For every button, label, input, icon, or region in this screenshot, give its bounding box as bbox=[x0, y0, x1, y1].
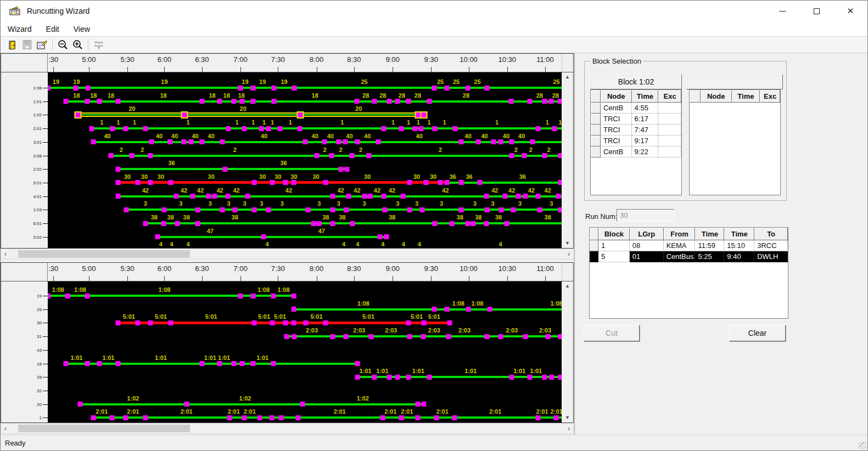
trip-marker[interactable] bbox=[458, 207, 463, 212]
trip-marker[interactable] bbox=[91, 415, 96, 420]
trip-marker[interactable] bbox=[446, 334, 451, 339]
trip-marker[interactable] bbox=[484, 194, 489, 199]
trip-marker[interactable] bbox=[271, 361, 276, 366]
runcut-settings-button[interactable] bbox=[91, 38, 106, 52]
trip-marker[interactable] bbox=[296, 111, 304, 119]
table-cell[interactable]: 4:55 bbox=[632, 103, 659, 114]
trip-marker[interactable] bbox=[476, 139, 481, 144]
trip-marker[interactable] bbox=[271, 86, 276, 91]
trip-marker[interactable] bbox=[453, 126, 458, 131]
trip-marker[interactable] bbox=[116, 194, 121, 199]
trip-marker[interactable] bbox=[535, 126, 540, 131]
trip-marker[interactable] bbox=[161, 221, 166, 226]
save-button[interactable] bbox=[20, 38, 35, 52]
trip-marker[interactable] bbox=[535, 194, 540, 199]
trip-marker[interactable] bbox=[292, 307, 296, 312]
table-cell[interactable]: 15:10 bbox=[724, 240, 754, 251]
trip-marker[interactable] bbox=[485, 207, 490, 212]
trip-marker[interactable] bbox=[458, 139, 463, 144]
trip-marker[interactable] bbox=[65, 294, 70, 298]
trip-marker[interactable] bbox=[511, 207, 516, 212]
trip-marker[interactable] bbox=[503, 194, 508, 199]
trip-marker[interactable] bbox=[199, 139, 204, 144]
trip-marker[interactable] bbox=[537, 207, 542, 212]
trip-marker[interactable] bbox=[499, 207, 503, 212]
trip-marker[interactable] bbox=[278, 415, 283, 420]
trip-marker[interactable] bbox=[343, 139, 348, 144]
trip-marker[interactable] bbox=[182, 139, 187, 144]
table-row[interactable]: TRCI7:47 bbox=[591, 125, 681, 136]
trip-marker[interactable] bbox=[48, 86, 51, 91]
trip-marker[interactable] bbox=[406, 320, 411, 325]
trip-marker[interactable] bbox=[199, 361, 204, 366]
trip-marker[interactable] bbox=[238, 294, 243, 298]
trip-marker[interactable] bbox=[344, 167, 349, 172]
trip-marker[interactable] bbox=[91, 139, 96, 144]
scroll-up-icon[interactable]: ▲ bbox=[565, 281, 570, 291]
vertical-scrollbar[interactable]: ▲ ▼ bbox=[562, 281, 573, 422]
table-cell[interactable] bbox=[658, 146, 681, 157]
menu-view[interactable]: View bbox=[74, 25, 90, 33]
trip-marker[interactable] bbox=[148, 320, 153, 325]
trip-marker[interactable] bbox=[471, 221, 476, 226]
trip-marker[interactable] bbox=[367, 153, 372, 158]
trip-marker[interactable] bbox=[184, 402, 189, 407]
table-cell[interactable]: DWLH bbox=[754, 251, 788, 262]
trip-marker[interactable] bbox=[242, 126, 247, 131]
run-gantt-chart[interactable]: :305:005:306:006:307:007:308:008:309:009… bbox=[1, 262, 574, 423]
zoom-out-button[interactable] bbox=[55, 38, 70, 52]
table-cell[interactable]: CentBus bbox=[664, 251, 696, 262]
scroll-left-icon[interactable]: ‹ bbox=[1, 250, 10, 258]
trip-marker[interactable] bbox=[231, 99, 236, 104]
block-gantt-plot[interactable]: 1919191919192525252525181818181818181828… bbox=[48, 72, 562, 248]
trip-marker[interactable] bbox=[399, 126, 404, 131]
trip-marker[interactable] bbox=[421, 111, 428, 119]
table-cell[interactable]: TRCI bbox=[601, 114, 632, 125]
zoom-in-button[interactable] bbox=[70, 38, 85, 52]
trip-marker[interactable] bbox=[175, 221, 180, 226]
scroll-left-icon[interactable]: ‹ bbox=[1, 425, 10, 432]
trip-marker[interactable] bbox=[303, 139, 307, 144]
trip-marker[interactable] bbox=[143, 415, 148, 420]
trip-marker[interactable] bbox=[395, 375, 400, 380]
trip-marker[interactable] bbox=[432, 221, 437, 226]
trip-marker[interactable] bbox=[432, 126, 437, 131]
trip-marker[interactable] bbox=[155, 234, 160, 239]
trip-marker[interactable] bbox=[427, 375, 432, 380]
trip-marker[interactable] bbox=[97, 99, 102, 104]
table-cell[interactable]: 11:59 bbox=[695, 240, 724, 251]
table-cell[interactable]: 5 bbox=[598, 251, 630, 262]
trip-marker[interactable] bbox=[465, 221, 470, 226]
trip-marker[interactable] bbox=[367, 194, 372, 199]
trip-marker[interactable] bbox=[330, 334, 335, 339]
horizontal-scrollbar[interactable]: ‹ › bbox=[1, 249, 574, 260]
trip-marker[interactable] bbox=[295, 415, 300, 420]
trip-marker[interactable] bbox=[491, 139, 496, 144]
trip-marker[interactable] bbox=[270, 180, 275, 185]
trip-marker[interactable] bbox=[553, 415, 558, 420]
table-cell[interactable]: 6:17 bbox=[632, 114, 659, 125]
trip-marker[interactable] bbox=[438, 180, 443, 185]
trip-marker[interactable] bbox=[498, 139, 503, 144]
trip-marker[interactable] bbox=[384, 234, 389, 239]
trip-marker[interactable] bbox=[311, 221, 316, 226]
maximize-button[interactable] bbox=[799, 1, 833, 21]
trip-marker[interactable] bbox=[406, 375, 411, 380]
row-header-cell[interactable] bbox=[591, 125, 601, 136]
trip-marker[interactable] bbox=[110, 126, 115, 131]
trip-marker[interactable] bbox=[380, 415, 385, 420]
trip-marker[interactable] bbox=[292, 180, 296, 185]
trip-marker[interactable] bbox=[116, 180, 121, 185]
block-header-button-2[interactable] bbox=[686, 74, 783, 89]
row-header-cell[interactable] bbox=[590, 251, 598, 262]
trip-marker[interactable] bbox=[143, 126, 148, 131]
trip-marker[interactable] bbox=[89, 126, 94, 131]
table-cell[interactable]: KEMA bbox=[664, 240, 696, 251]
trip-marker[interactable] bbox=[447, 320, 452, 325]
trip-marker[interactable] bbox=[271, 99, 276, 104]
trip-marker[interactable] bbox=[261, 234, 266, 239]
trip-marker[interactable] bbox=[75, 111, 82, 119]
trip-marker[interactable] bbox=[73, 86, 78, 91]
trip-marker[interactable] bbox=[423, 180, 428, 185]
trip-marker[interactable] bbox=[407, 180, 412, 185]
